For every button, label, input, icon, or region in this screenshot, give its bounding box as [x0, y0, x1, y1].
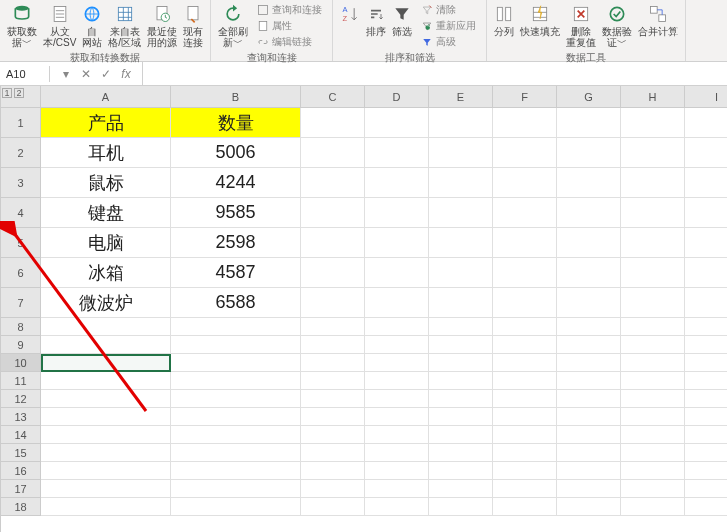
- cell-I7[interactable]: [685, 288, 727, 318]
- confirm-icon[interactable]: ✓: [98, 66, 114, 82]
- ribbon-table-button[interactable]: 来自表 格/区域: [105, 2, 144, 50]
- ribbon-sub-reapply[interactable]: 重新应用: [419, 18, 478, 34]
- cell-A3[interactable]: 鼠标: [41, 168, 171, 198]
- ribbon-sub-adv[interactable]: 高级: [419, 34, 478, 50]
- cell-B12[interactable]: [171, 390, 301, 408]
- cell-D7[interactable]: [365, 288, 429, 318]
- ribbon-flash-button[interactable]: 快速填充: [517, 2, 563, 50]
- cell-H6[interactable]: [621, 258, 685, 288]
- cell-I11[interactable]: [685, 372, 727, 390]
- cell-A15[interactable]: [41, 444, 171, 462]
- cell-I16[interactable]: [685, 462, 727, 480]
- ribbon-consol-button[interactable]: 合并计算: [635, 2, 681, 50]
- outline-level-2[interactable]: 2: [14, 88, 24, 98]
- cell-G14[interactable]: [557, 426, 621, 444]
- ribbon-csv-button[interactable]: 从文 本/CSV: [40, 2, 79, 50]
- cell-F2[interactable]: [493, 138, 557, 168]
- cell-G5[interactable]: [557, 228, 621, 258]
- cell-I4[interactable]: [685, 198, 727, 228]
- cell-E5[interactable]: [429, 228, 493, 258]
- column-header-B[interactable]: B: [171, 86, 301, 108]
- cell-H1[interactable]: [621, 108, 685, 138]
- cell-I12[interactable]: [685, 390, 727, 408]
- cell-F5[interactable]: [493, 228, 557, 258]
- cell-E3[interactable]: [429, 168, 493, 198]
- cell-A17[interactable]: [41, 480, 171, 498]
- cell-A10[interactable]: [41, 354, 171, 372]
- cell-B5[interactable]: 2598: [171, 228, 301, 258]
- cell-A14[interactable]: [41, 426, 171, 444]
- cell-A13[interactable]: [41, 408, 171, 426]
- cell-E16[interactable]: [429, 462, 493, 480]
- row-header-6[interactable]: 6: [1, 258, 41, 288]
- row-header-7[interactable]: 7: [1, 288, 41, 318]
- cell-B14[interactable]: [171, 426, 301, 444]
- cell-E9[interactable]: [429, 336, 493, 354]
- cell-D11[interactable]: [365, 372, 429, 390]
- ribbon-sub-editlink[interactable]: 编辑链接: [255, 34, 324, 50]
- column-header-H[interactable]: H: [621, 86, 685, 108]
- row-header-13[interactable]: 13: [1, 408, 41, 426]
- cell-C5[interactable]: [301, 228, 365, 258]
- cell-B6[interactable]: 4587: [171, 258, 301, 288]
- cell-D17[interactable]: [365, 480, 429, 498]
- cell-G11[interactable]: [557, 372, 621, 390]
- cell-H14[interactable]: [621, 426, 685, 444]
- cell-I6[interactable]: [685, 258, 727, 288]
- cell-I5[interactable]: [685, 228, 727, 258]
- cell-B18[interactable]: [171, 498, 301, 516]
- cell-D5[interactable]: [365, 228, 429, 258]
- cell-A6[interactable]: 冰箱: [41, 258, 171, 288]
- cell-A16[interactable]: [41, 462, 171, 480]
- cell-B4[interactable]: 9585: [171, 198, 301, 228]
- column-header-D[interactable]: D: [365, 86, 429, 108]
- cell-G4[interactable]: [557, 198, 621, 228]
- cell-G13[interactable]: [557, 408, 621, 426]
- ribbon-db-button[interactable]: 获取数 据﹀: [4, 2, 40, 50]
- cell-A12[interactable]: [41, 390, 171, 408]
- cell-A8[interactable]: [41, 318, 171, 336]
- cell-H15[interactable]: [621, 444, 685, 462]
- cell-C16[interactable]: [301, 462, 365, 480]
- cell-C4[interactable]: [301, 198, 365, 228]
- cell-H9[interactable]: [621, 336, 685, 354]
- cell-G17[interactable]: [557, 480, 621, 498]
- cell-E2[interactable]: [429, 138, 493, 168]
- cell-G10[interactable]: [557, 354, 621, 372]
- row-header-14[interactable]: 14: [1, 426, 41, 444]
- cell-H12[interactable]: [621, 390, 685, 408]
- cell-D4[interactable]: [365, 198, 429, 228]
- cell-F3[interactable]: [493, 168, 557, 198]
- ribbon-recent-button[interactable]: 最近使 用的源: [144, 2, 180, 50]
- cell-B16[interactable]: [171, 462, 301, 480]
- cell-A4[interactable]: 键盘: [41, 198, 171, 228]
- cell-C15[interactable]: [301, 444, 365, 462]
- cell-G16[interactable]: [557, 462, 621, 480]
- ribbon-sub-clear[interactable]: 清除: [419, 2, 478, 18]
- cell-E18[interactable]: [429, 498, 493, 516]
- cell-E12[interactable]: [429, 390, 493, 408]
- cell-C6[interactable]: [301, 258, 365, 288]
- ribbon-split-button[interactable]: 分列: [491, 2, 517, 50]
- cell-A9[interactable]: [41, 336, 171, 354]
- cell-E6[interactable]: [429, 258, 493, 288]
- cell-B11[interactable]: [171, 372, 301, 390]
- cell-G8[interactable]: [557, 318, 621, 336]
- cell-D2[interactable]: [365, 138, 429, 168]
- cell-A5[interactable]: 电脑: [41, 228, 171, 258]
- cell-B17[interactable]: [171, 480, 301, 498]
- cell-G6[interactable]: [557, 258, 621, 288]
- row-header-17[interactable]: 17: [1, 480, 41, 498]
- cell-H18[interactable]: [621, 498, 685, 516]
- cell-H16[interactable]: [621, 462, 685, 480]
- ribbon-sort-button[interactable]: 排序: [363, 2, 389, 50]
- cell-I9[interactable]: [685, 336, 727, 354]
- name-box[interactable]: A10: [0, 66, 50, 82]
- row-header-4[interactable]: 4: [1, 198, 41, 228]
- cell-C14[interactable]: [301, 426, 365, 444]
- cell-F10[interactable]: [493, 354, 557, 372]
- cell-F8[interactable]: [493, 318, 557, 336]
- ribbon-sort-az-button[interactable]: AZ: [337, 2, 363, 50]
- cell-A2[interactable]: 耳机: [41, 138, 171, 168]
- cell-C10[interactable]: [301, 354, 365, 372]
